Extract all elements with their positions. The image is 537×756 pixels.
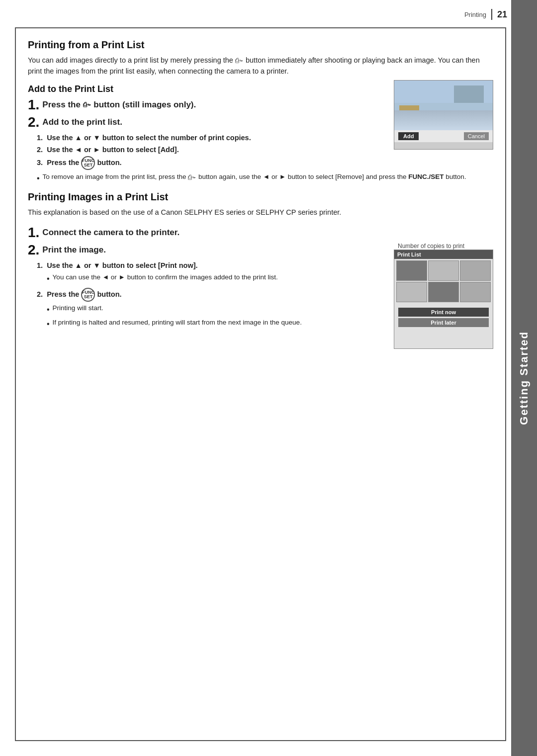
step2-num: 2. [28, 115, 39, 130]
print-icon-note: ⎙↬ [188, 172, 196, 182]
header-page: 21 [497, 9, 507, 20]
bullet-dot-2: • [47, 273, 50, 285]
printlist-screen: Print List Print now Print later [394, 250, 493, 349]
thumb-4 [396, 282, 427, 302]
print-bullet-1: • You can use the ◄ or ► button to confi… [47, 272, 388, 285]
thumb-5 [428, 282, 459, 302]
print-bullet-3: • If printing is halted and resumed, pri… [47, 318, 388, 330]
print-step-row: 2. Print the image. [28, 243, 388, 258]
print-step-text: Print the image. [42, 243, 106, 255]
connect-step-text: Connect the camera to the printer. [42, 225, 179, 238]
svg-rect-4 [399, 105, 419, 115]
bullet-dot-4: • [47, 318, 50, 330]
header-divider [491, 9, 492, 20]
step2-row: 2. Add to the print list. [28, 115, 388, 130]
printlist-screen-wrap: Number of copies to print Print List Pri… [394, 243, 493, 349]
bullet-note-1: • To remove an image from the print list… [37, 172, 493, 184]
svg-rect-1 [394, 110, 493, 130]
intro-paragraph: You can add images directly to a print l… [28, 55, 493, 77]
add-screen-wrap: Add Cancel [394, 80, 493, 150]
svg-rect-3 [454, 85, 484, 103]
main-title: Printing from a Print List [28, 39, 493, 51]
step1-num: 1. [28, 97, 39, 113]
print-step-num: 2. [28, 243, 39, 258]
print-bullet-2-text: Printing will start. [53, 303, 103, 313]
step1-text: Press the ⎙↬ button (still images only). [42, 97, 196, 110]
thumb-2 [428, 260, 459, 281]
print-step-section: Number of copies to print Print List Pri… [28, 243, 493, 349]
sidebar: Getting Started [511, 0, 537, 756]
header-row: Printing 21 [464, 9, 507, 20]
printlist-buttons: Print now Print later [394, 306, 493, 329]
func-icon-2: FUNCSET [81, 288, 95, 302]
print-icon: ⎙↬ [235, 56, 243, 66]
add-substep-3: 3. Press the FUNCSET button. [37, 156, 493, 170]
print-now-btn-ui: Print now [398, 308, 489, 317]
printlist-header: Print List [394, 250, 493, 259]
add-button-ui: Add [398, 132, 419, 140]
print-bullet-3-text: If printing is halted and resumed, print… [53, 318, 302, 328]
step2-text: Add to the print list. [42, 115, 122, 128]
connect-step-num: 1. [28, 225, 39, 241]
bullet-dot-3: • [47, 304, 50, 316]
connect-step-row: 1. Connect the camera to the printer. [28, 225, 493, 241]
add-screen-bar: Add Cancel [394, 130, 493, 142]
bullet-dot-1: • [37, 172, 40, 184]
thumb-3 [460, 260, 491, 281]
main-content: Printing from a Print List You can add i… [15, 27, 506, 741]
func-icon-1: FUNCSET [81, 156, 95, 170]
sidebar-label: Getting Started [518, 331, 531, 425]
copies-label: Number of copies to print [398, 243, 493, 250]
thumb-1 [396, 260, 427, 281]
photo-svg [394, 81, 493, 130]
header-section: Printing [464, 11, 486, 18]
print-bullet-1-text: You can use the ◄ or ► button to confirm… [53, 272, 278, 282]
step2-section: Add Cancel 2. Add to the print list. 1. … [28, 115, 493, 187]
thumb-6 [460, 282, 491, 302]
print-bullet-2: • Printing will start. [47, 303, 388, 316]
add-screen: Add Cancel [394, 80, 493, 150]
print-icon-step1: ⎙↬ [83, 101, 91, 109]
add-screen-photo [394, 81, 493, 130]
cancel-button-ui: Cancel [464, 132, 489, 140]
printing-title: Printing Images in a Print List [28, 191, 493, 203]
printing-intro: This explanation is based on the use of … [28, 207, 493, 218]
bullet-note-1-text: To remove an image from the print list, … [43, 172, 466, 182]
print-later-btn-ui: Print later [398, 318, 489, 327]
printlist-thumbs [394, 259, 493, 304]
